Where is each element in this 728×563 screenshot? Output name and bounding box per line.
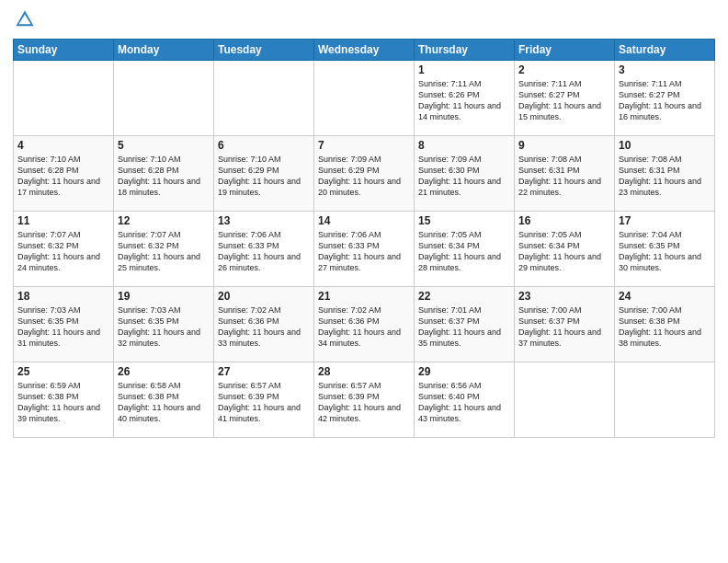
calendar-cell bbox=[214, 61, 314, 136]
day-number: 6 bbox=[218, 139, 310, 152]
calendar-week-row: 25Sunrise: 6:59 AM Sunset: 6:38 PM Dayli… bbox=[14, 362, 715, 438]
calendar-cell: 8Sunrise: 7:09 AM Sunset: 6:30 PM Daylig… bbox=[415, 136, 515, 212]
calendar-cell: 26Sunrise: 6:58 AM Sunset: 6:38 PM Dayli… bbox=[114, 362, 214, 438]
day-info: Sunrise: 6:57 AM Sunset: 6:39 PM Dayligh… bbox=[318, 380, 410, 425]
calendar-cell: 2Sunrise: 7:11 AM Sunset: 6:27 PM Daylig… bbox=[515, 61, 615, 136]
calendar-week-row: 4Sunrise: 7:10 AM Sunset: 6:28 PM Daylig… bbox=[14, 136, 715, 212]
calendar-cell: 7Sunrise: 7:09 AM Sunset: 6:29 PM Daylig… bbox=[314, 136, 415, 212]
calendar-header-row: SundayMondayTuesdayWednesdayThursdayFrid… bbox=[14, 40, 715, 61]
calendar-cell: 25Sunrise: 6:59 AM Sunset: 6:38 PM Dayli… bbox=[14, 362, 114, 438]
calendar-dow-tuesday: Tuesday bbox=[214, 40, 314, 61]
day-number: 27 bbox=[218, 365, 310, 378]
day-number: 25 bbox=[17, 365, 109, 378]
day-number: 22 bbox=[418, 290, 510, 303]
day-info: Sunrise: 7:09 AM Sunset: 6:29 PM Dayligh… bbox=[318, 154, 410, 199]
calendar-cell: 1Sunrise: 7:11 AM Sunset: 6:26 PM Daylig… bbox=[415, 61, 515, 136]
calendar-cell bbox=[114, 61, 214, 136]
day-number: 9 bbox=[518, 139, 610, 152]
day-info: Sunrise: 7:06 AM Sunset: 6:33 PM Dayligh… bbox=[318, 229, 410, 274]
calendar-cell: 22Sunrise: 7:01 AM Sunset: 6:37 PM Dayli… bbox=[415, 287, 515, 362]
calendar-week-row: 1Sunrise: 7:11 AM Sunset: 6:26 PM Daylig… bbox=[14, 61, 715, 136]
day-number: 1 bbox=[418, 63, 510, 76]
day-number: 5 bbox=[118, 139, 210, 152]
calendar-cell: 29Sunrise: 6:56 AM Sunset: 6:40 PM Dayli… bbox=[415, 362, 515, 438]
calendar-cell bbox=[615, 362, 715, 438]
day-info: Sunrise: 7:10 AM Sunset: 6:28 PM Dayligh… bbox=[118, 154, 210, 199]
day-info: Sunrise: 7:05 AM Sunset: 6:34 PM Dayligh… bbox=[518, 229, 610, 274]
calendar-cell: 11Sunrise: 7:07 AM Sunset: 6:32 PM Dayli… bbox=[14, 212, 114, 287]
day-info: Sunrise: 7:11 AM Sunset: 6:27 PM Dayligh… bbox=[619, 78, 711, 123]
day-info: Sunrise: 6:58 AM Sunset: 6:38 PM Dayligh… bbox=[118, 380, 210, 425]
day-number: 17 bbox=[619, 214, 711, 227]
calendar-dow-thursday: Thursday bbox=[415, 40, 515, 61]
day-info: Sunrise: 7:05 AM Sunset: 6:34 PM Dayligh… bbox=[418, 229, 510, 274]
logo bbox=[13, 9, 37, 33]
day-number: 16 bbox=[518, 214, 610, 227]
calendar-cell: 15Sunrise: 7:05 AM Sunset: 6:34 PM Dayli… bbox=[415, 212, 515, 287]
day-info: Sunrise: 7:10 AM Sunset: 6:28 PM Dayligh… bbox=[17, 154, 109, 199]
day-number: 3 bbox=[619, 63, 711, 76]
calendar-cell: 18Sunrise: 7:03 AM Sunset: 6:35 PM Dayli… bbox=[14, 287, 114, 362]
day-info: Sunrise: 7:03 AM Sunset: 6:35 PM Dayligh… bbox=[17, 304, 109, 350]
page: SundayMondayTuesdayWednesdayThursdayFrid… bbox=[0, 0, 728, 563]
day-info: Sunrise: 7:11 AM Sunset: 6:27 PM Dayligh… bbox=[518, 78, 610, 123]
calendar-cell: 5Sunrise: 7:10 AM Sunset: 6:28 PM Daylig… bbox=[114, 136, 214, 212]
calendar-table: SundayMondayTuesdayWednesdayThursdayFrid… bbox=[13, 39, 715, 438]
day-number: 18 bbox=[17, 290, 109, 303]
day-info: Sunrise: 7:04 AM Sunset: 6:35 PM Dayligh… bbox=[619, 229, 711, 274]
day-number: 20 bbox=[218, 290, 310, 303]
day-number: 10 bbox=[619, 139, 711, 152]
day-number: 4 bbox=[17, 139, 109, 152]
day-number: 24 bbox=[619, 290, 711, 303]
calendar-cell: 28Sunrise: 6:57 AM Sunset: 6:39 PM Dayli… bbox=[314, 362, 415, 438]
day-info: Sunrise: 7:09 AM Sunset: 6:30 PM Dayligh… bbox=[418, 154, 510, 199]
calendar-cell: 13Sunrise: 7:06 AM Sunset: 6:33 PM Dayli… bbox=[214, 212, 314, 287]
calendar-cell: 24Sunrise: 7:00 AM Sunset: 6:38 PM Dayli… bbox=[615, 287, 715, 362]
calendar-cell: 21Sunrise: 7:02 AM Sunset: 6:36 PM Dayli… bbox=[314, 287, 415, 362]
calendar-dow-monday: Monday bbox=[114, 40, 214, 61]
calendar-cell: 10Sunrise: 7:08 AM Sunset: 6:31 PM Dayli… bbox=[615, 136, 715, 212]
day-number: 11 bbox=[17, 214, 109, 227]
calendar-cell: 17Sunrise: 7:04 AM Sunset: 6:35 PM Dayli… bbox=[615, 212, 715, 287]
day-number: 28 bbox=[318, 365, 410, 378]
day-info: Sunrise: 7:07 AM Sunset: 6:32 PM Dayligh… bbox=[17, 229, 109, 274]
header bbox=[13, 9, 715, 33]
day-info: Sunrise: 7:02 AM Sunset: 6:36 PM Dayligh… bbox=[218, 304, 310, 350]
day-number: 26 bbox=[118, 365, 210, 378]
calendar-dow-friday: Friday bbox=[515, 40, 615, 61]
day-info: Sunrise: 7:00 AM Sunset: 6:37 PM Dayligh… bbox=[518, 304, 610, 350]
day-number: 29 bbox=[418, 365, 510, 378]
calendar-cell: 6Sunrise: 7:10 AM Sunset: 6:29 PM Daylig… bbox=[214, 136, 314, 212]
day-number: 21 bbox=[318, 290, 410, 303]
day-info: Sunrise: 7:11 AM Sunset: 6:26 PM Dayligh… bbox=[418, 78, 510, 123]
calendar-dow-wednesday: Wednesday bbox=[314, 40, 415, 61]
day-info: Sunrise: 7:02 AM Sunset: 6:36 PM Dayligh… bbox=[318, 304, 410, 350]
calendar-dow-sunday: Sunday bbox=[14, 40, 114, 61]
calendar-week-row: 18Sunrise: 7:03 AM Sunset: 6:35 PM Dayli… bbox=[14, 287, 715, 362]
calendar-cell: 23Sunrise: 7:00 AM Sunset: 6:37 PM Dayli… bbox=[515, 287, 615, 362]
day-number: 19 bbox=[118, 290, 210, 303]
day-info: Sunrise: 7:03 AM Sunset: 6:35 PM Dayligh… bbox=[118, 304, 210, 350]
day-info: Sunrise: 6:56 AM Sunset: 6:40 PM Dayligh… bbox=[418, 380, 510, 425]
day-number: 8 bbox=[418, 139, 510, 152]
general-blue-logo-icon bbox=[15, 9, 35, 29]
day-info: Sunrise: 6:59 AM Sunset: 6:38 PM Dayligh… bbox=[17, 380, 109, 425]
calendar-cell bbox=[515, 362, 615, 438]
day-number: 14 bbox=[318, 214, 410, 227]
calendar-dow-saturday: Saturday bbox=[615, 40, 715, 61]
day-number: 2 bbox=[518, 63, 610, 76]
day-info: Sunrise: 7:08 AM Sunset: 6:31 PM Dayligh… bbox=[518, 154, 610, 199]
calendar-cell: 19Sunrise: 7:03 AM Sunset: 6:35 PM Dayli… bbox=[114, 287, 214, 362]
calendar-cell: 3Sunrise: 7:11 AM Sunset: 6:27 PM Daylig… bbox=[615, 61, 715, 136]
calendar-cell: 27Sunrise: 6:57 AM Sunset: 6:39 PM Dayli… bbox=[214, 362, 314, 438]
calendar-cell bbox=[14, 61, 114, 136]
calendar-cell bbox=[314, 61, 415, 136]
day-info: Sunrise: 7:08 AM Sunset: 6:31 PM Dayligh… bbox=[619, 154, 711, 199]
day-info: Sunrise: 6:57 AM Sunset: 6:39 PM Dayligh… bbox=[218, 380, 310, 425]
calendar-cell: 20Sunrise: 7:02 AM Sunset: 6:36 PM Dayli… bbox=[214, 287, 314, 362]
day-number: 13 bbox=[218, 214, 310, 227]
calendar-cell: 9Sunrise: 7:08 AM Sunset: 6:31 PM Daylig… bbox=[515, 136, 615, 212]
day-number: 12 bbox=[118, 214, 210, 227]
day-info: Sunrise: 7:06 AM Sunset: 6:33 PM Dayligh… bbox=[218, 229, 310, 274]
calendar-cell: 16Sunrise: 7:05 AM Sunset: 6:34 PM Dayli… bbox=[515, 212, 615, 287]
